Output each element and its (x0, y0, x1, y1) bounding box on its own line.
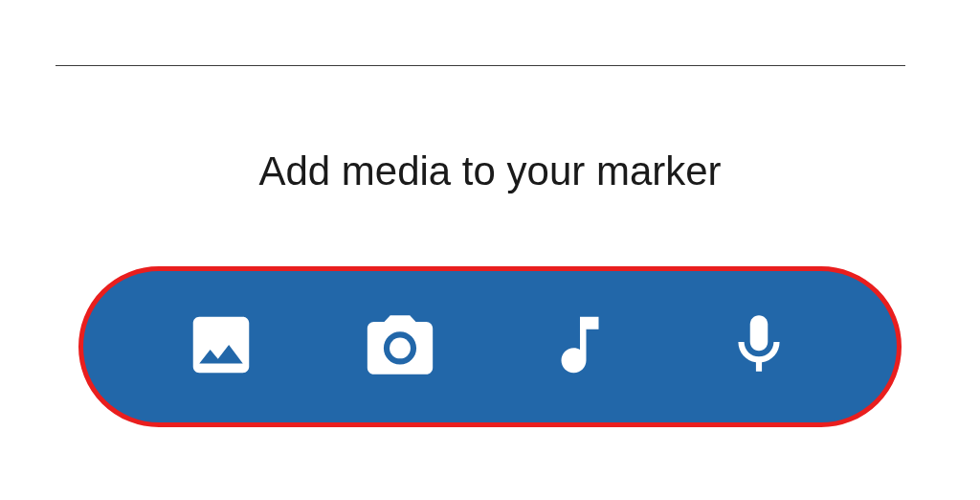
divider-line (56, 65, 905, 66)
camera-icon (361, 306, 439, 388)
svg-point-1 (390, 337, 411, 358)
music-note-icon (543, 307, 617, 386)
microphone-icon (724, 309, 794, 384)
svg-point-0 (205, 330, 212, 337)
image-icon (184, 307, 258, 386)
media-toolbar (78, 266, 902, 427)
audio-button[interactable] (537, 304, 623, 390)
gallery-button[interactable] (178, 304, 264, 390)
record-button[interactable] (716, 304, 802, 390)
section-title: Add media to your marker (0, 148, 980, 194)
camera-button[interactable] (357, 304, 443, 390)
